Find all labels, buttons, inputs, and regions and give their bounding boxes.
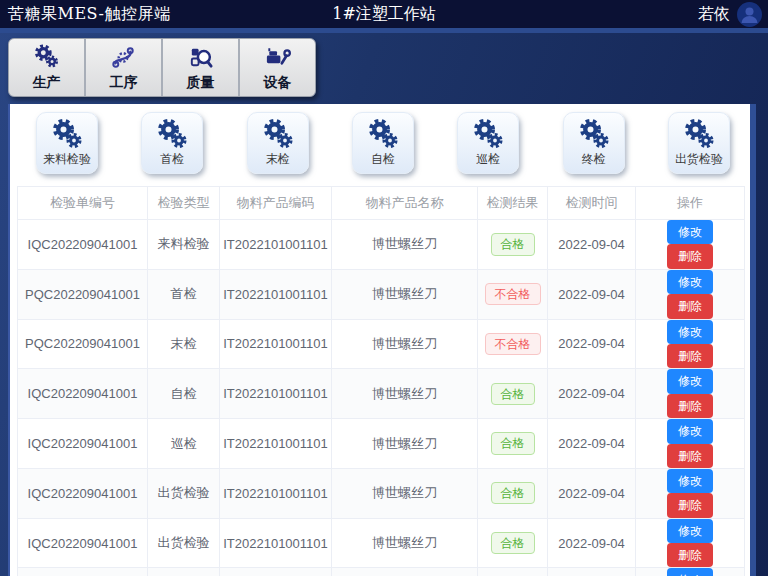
app-title: 苦糖果MES-触控屏端: [8, 4, 171, 25]
dual-gear-icon: [261, 118, 295, 151]
cell-inspection-type: 出货检验: [148, 568, 220, 576]
dual-gear-icon: [50, 118, 84, 151]
inspection-button-label: 出货检验: [675, 151, 723, 168]
edit-button[interactable]: 修改: [667, 220, 713, 244]
edit-button[interactable]: 修改: [667, 469, 713, 493]
cell-inspection-no: IQC202209041001: [18, 369, 148, 419]
table-header-row: 检验单编号 检验类型 物料产品编码 物料产品名称 检测结果 检测时间 操作: [18, 187, 745, 220]
inspection-button-2[interactable]: 首检: [141, 112, 203, 174]
cell-inspection-no: PQC202209041001: [18, 319, 148, 369]
cell-inspection-type: 出货检验: [148, 518, 220, 568]
delete-button[interactable]: 删除: [667, 543, 713, 567]
delete-button[interactable]: 删除: [667, 344, 713, 368]
delete-button[interactable]: 删除: [667, 294, 713, 318]
cell-inspection-type: 末检: [148, 319, 220, 369]
quality-search-icon: [187, 44, 214, 71]
table-row: IQC202209041001 出货检验 IT2022101001101 博世螺…: [18, 518, 745, 568]
edit-button[interactable]: 修改: [667, 320, 713, 344]
inspection-button-1[interactable]: 来料检验: [36, 112, 98, 174]
inspection-button-7[interactable]: 出货检验: [668, 112, 730, 174]
inspection-button-4[interactable]: 自检: [352, 112, 414, 174]
cell-time: 2022-09-04: [548, 468, 636, 518]
inspection-button-6[interactable]: 终检: [563, 112, 625, 174]
cell-time: 2022-09-04: [548, 269, 636, 319]
col-header-time: 检测时间: [548, 187, 636, 220]
inspection-button-label: 终检: [582, 151, 606, 168]
delete-button[interactable]: 删除: [667, 244, 713, 268]
topbar-divider: [0, 28, 768, 33]
inspection-button-label: 巡检: [476, 151, 500, 168]
cell-time: 2022-09-04: [548, 518, 636, 568]
delete-button[interactable]: 删除: [667, 444, 713, 468]
edit-button[interactable]: 修改: [667, 270, 713, 294]
inspection-button-label: 末检: [266, 151, 290, 168]
tab-process[interactable]: 工序: [86, 39, 163, 96]
col-header-result: 检测结果: [478, 187, 548, 220]
delete-button[interactable]: 删除: [667, 394, 713, 418]
cell-material-code: IT2022101001101: [220, 518, 332, 568]
tab-quality[interactable]: 质量: [163, 39, 240, 96]
route-icon: [110, 44, 137, 71]
dual-gear-icon: [155, 118, 189, 151]
cell-material-name: 博世螺丝刀: [332, 319, 478, 369]
station-title: 1#注塑工作站: [332, 4, 436, 25]
cell-material-code: IT2022101001101: [220, 220, 332, 270]
result-badge: 合格: [491, 383, 535, 405]
inspection-button-3[interactable]: 末检: [247, 112, 309, 174]
user-area[interactable]: 若依: [698, 2, 762, 27]
cell-material-code: IT2022101001101: [220, 468, 332, 518]
cell-inspection-no: IQC202209041001: [18, 468, 148, 518]
user-avatar[interactable]: [737, 2, 762, 27]
edit-button[interactable]: 修改: [667, 419, 713, 443]
table-row: IQC202209041001 出货检验 IT2022101001101 博世螺…: [18, 468, 745, 518]
machine-wrench-icon: [264, 44, 291, 71]
cell-material-code: IT2022101001101: [220, 269, 332, 319]
cell-inspection-no: IQC202209041001: [18, 568, 148, 576]
table-row: PQC202209041001 首检 IT2022101001101 博世螺丝刀…: [18, 269, 745, 319]
col-header-material-code: 物料产品编码: [220, 187, 332, 220]
edit-button[interactable]: 修改: [667, 568, 713, 576]
tab-label: 设备: [264, 74, 292, 92]
cell-inspection-type: 首检: [148, 269, 220, 319]
tab-label: 质量: [187, 74, 215, 92]
cell-material-code: IT2022101001101: [220, 319, 332, 369]
tab-production[interactable]: 生产: [9, 39, 86, 96]
edit-button[interactable]: 修改: [667, 519, 713, 543]
inspection-button-5[interactable]: 巡检: [457, 112, 519, 174]
delete-button[interactable]: 删除: [667, 493, 713, 517]
main-nav-tabs: 生产 工序 质量: [8, 38, 316, 97]
top-bar: 苦糖果MES-触控屏端 1#注塑工作站 若依: [0, 0, 768, 28]
inspection-button-row: 来料检验 首检 末检: [10, 104, 750, 174]
table-row: IQC202209041001 自检 IT2022101001101 博世螺丝刀…: [18, 369, 745, 419]
dual-gear-icon: [682, 118, 716, 151]
cell-material-name: 博世螺丝刀: [332, 220, 478, 270]
cell-time: 2022-09-04: [548, 369, 636, 419]
cell-material-name: 博世螺丝刀: [332, 419, 478, 469]
result-badge: 合格: [491, 482, 535, 504]
result-badge: 不合格: [485, 333, 541, 355]
user-name: 若依: [698, 4, 730, 25]
cell-material-name: 博世螺丝刀: [332, 518, 478, 568]
cell-material-name: 博世螺丝刀: [332, 568, 478, 576]
content-panel: 来料检验 首检 末检: [8, 104, 756, 576]
edit-button[interactable]: 修改: [667, 369, 713, 393]
cell-inspection-no: IQC202209041001: [18, 518, 148, 568]
tab-equipment[interactable]: 设备: [240, 39, 315, 96]
inspection-button-label: 自检: [371, 151, 395, 168]
inspection-table-body: IQC202209041001 来料检验 IT2022101001101 博世螺…: [18, 220, 745, 576]
cell-material-name: 博世螺丝刀: [332, 369, 478, 419]
gears-icon: [33, 44, 60, 71]
person-icon: [737, 2, 762, 27]
result-badge: 合格: [491, 233, 535, 255]
cell-material-code: IT2022101001101: [220, 369, 332, 419]
table-row: PQC202209041001 末检 IT2022101001101 博世螺丝刀…: [18, 319, 745, 369]
cell-material-name: 博世螺丝刀: [332, 269, 478, 319]
col-header-inspection-no: 检验单编号: [18, 187, 148, 220]
cell-inspection-type: 巡检: [148, 419, 220, 469]
inspection-button-label: 来料检验: [43, 151, 91, 168]
inspection-button-label: 首检: [160, 151, 184, 168]
table-row: IQC202209041001 来料检验 IT2022101001101 博世螺…: [18, 220, 745, 270]
cell-inspection-no: PQC202209041001: [18, 269, 148, 319]
cell-inspection-no: IQC202209041001: [18, 419, 148, 469]
cell-time: 2022-09-04: [548, 220, 636, 270]
